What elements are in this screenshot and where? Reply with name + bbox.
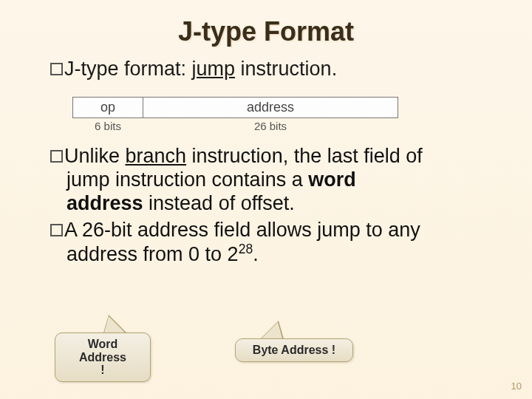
- text-underline: jump: [192, 58, 236, 80]
- label-addr-bits: 26 bits: [143, 118, 398, 135]
- content-area: J-type format: jump instruction. op addr…: [0, 47, 532, 267]
- text: J-type format:: [64, 58, 192, 80]
- bullet-unlike: Unlike branch instruction, the last fiel…: [50, 145, 497, 216]
- label-op-bits: 6 bits: [73, 118, 143, 135]
- text: Word Address: [79, 338, 126, 364]
- text: instruction.: [235, 58, 337, 80]
- checkbox-icon: [50, 224, 63, 236]
- slide-title: J-type Format: [0, 0, 532, 47]
- page-number: 10: [511, 381, 522, 392]
- callout-byte-address: Byte Address !: [235, 338, 353, 362]
- text: instead of offset.: [143, 192, 295, 214]
- field-address: address: [143, 98, 398, 118]
- instruction-format-diagram: op address 6 bits 26 bits: [72, 97, 497, 134]
- exponent: 28: [239, 242, 253, 256]
- text: A 26-bit address field allows jump to an…: [64, 219, 420, 241]
- text: instruction, the last field of: [186, 145, 423, 167]
- bullet-26bit: A 26-bit address field allows jump to an…: [50, 219, 497, 267]
- bullet-jtype: J-type format: jump instruction.: [50, 58, 497, 81]
- text: Unlike: [64, 145, 126, 167]
- text-bold: address: [66, 192, 143, 214]
- format-table: op address 6 bits 26 bits: [72, 97, 398, 134]
- text: jump instruction contains a: [66, 168, 308, 191]
- text: .: [253, 243, 259, 265]
- field-op: op: [73, 98, 143, 118]
- callout-word-address: Word Address !: [55, 332, 151, 382]
- text-underline: branch: [126, 145, 187, 167]
- text: address from 0 to 2: [66, 243, 239, 265]
- checkbox-icon: [50, 63, 63, 75]
- text-bold: word: [308, 168, 356, 191]
- checkbox-icon: [50, 150, 63, 163]
- text: !: [100, 364, 104, 376]
